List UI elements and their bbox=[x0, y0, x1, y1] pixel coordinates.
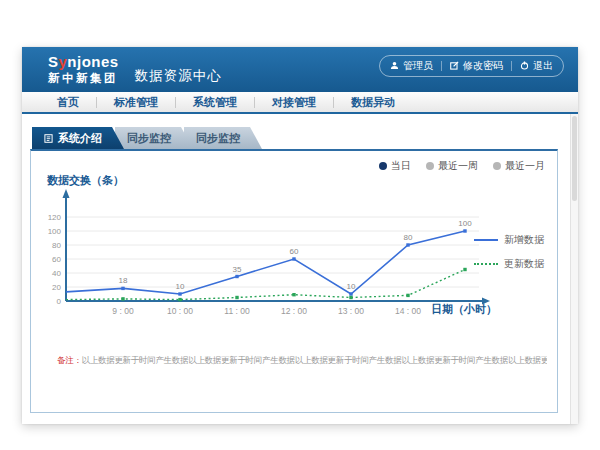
svg-text:120: 120 bbox=[48, 213, 62, 222]
radio-today[interactable]: 当日 bbox=[379, 159, 411, 173]
document-icon bbox=[44, 134, 53, 143]
radio-today-label: 当日 bbox=[391, 159, 411, 173]
divider bbox=[511, 61, 512, 71]
company-logo[interactable]: Synjones 新中新集团 bbox=[48, 54, 119, 84]
svg-text:35: 35 bbox=[233, 265, 242, 274]
solid-line-swatch-icon bbox=[474, 239, 498, 241]
svg-text:9 : 00: 9 : 00 bbox=[112, 306, 134, 316]
main-nav: 首页 标准管理 系统管理 对接管理 数据异动 bbox=[22, 92, 578, 114]
legend-update-data: 更新数据 bbox=[474, 257, 544, 271]
change-password-button[interactable]: 修改密码 bbox=[450, 59, 503, 73]
divider bbox=[441, 61, 442, 71]
svg-text:10 : 00: 10 : 00 bbox=[167, 306, 193, 316]
admin-user-label: 管理员 bbox=[403, 59, 433, 73]
user-bar: 管理员 修改密码 退出 bbox=[379, 55, 564, 77]
radio-dot-icon bbox=[379, 162, 387, 170]
legend-new-data: 新增数据 bbox=[474, 233, 544, 247]
change-password-label: 修改密码 bbox=[463, 59, 503, 73]
chart-x-axis-label: 日期（小时） bbox=[431, 302, 497, 317]
radio-last-month-label: 最近一月 bbox=[505, 159, 545, 173]
radio-last-week[interactable]: 最近一周 bbox=[426, 159, 478, 173]
power-icon bbox=[520, 61, 529, 70]
logout-button[interactable]: 退出 bbox=[520, 59, 553, 73]
tab-label: 系统介绍 bbox=[58, 127, 102, 149]
svg-text:60: 60 bbox=[52, 255, 61, 264]
nav-item-standard-management[interactable]: 标准管理 bbox=[97, 95, 175, 110]
svg-text:13 : 00: 13 : 00 bbox=[338, 306, 364, 316]
tab-sync-monitor-2[interactable]: 同步监控 bbox=[184, 127, 262, 149]
svg-text:10: 10 bbox=[176, 282, 185, 291]
radio-dot-icon bbox=[426, 162, 434, 170]
footnote: 备注：以上数据更新于时间产生数据以上数据更新于时间产生数据以上数据更新于时间产生… bbox=[57, 355, 547, 367]
tab-system-intro[interactable]: 系统介绍 bbox=[32, 127, 124, 149]
footnote-text: 以上数据更新于时间产生数据以上数据更新于时间产生数据以上数据更新于时间产生数据以… bbox=[82, 355, 547, 365]
footnote-label: 备注： bbox=[57, 355, 82, 365]
edit-icon bbox=[450, 61, 459, 70]
svg-text:100: 100 bbox=[458, 219, 472, 228]
svg-text:14 : 00: 14 : 00 bbox=[395, 306, 421, 316]
tab-sync-monitor-1[interactable]: 同步监控 bbox=[115, 127, 193, 149]
tab-label: 同步监控 bbox=[127, 127, 171, 149]
admin-user-button[interactable]: 管理员 bbox=[390, 59, 433, 73]
logo-company-text: 新中新集团 bbox=[48, 72, 119, 85]
nav-item-home[interactable]: 首页 bbox=[40, 95, 96, 110]
legend-update-data-label: 更新数据 bbox=[504, 257, 544, 271]
tab-label: 同步监控 bbox=[196, 127, 240, 149]
time-range-filter: 当日 最近一周 最近一月 bbox=[379, 159, 545, 173]
svg-text:80: 80 bbox=[52, 241, 61, 250]
page-title: 数据资源中心 bbox=[135, 67, 222, 85]
svg-text:0: 0 bbox=[57, 297, 62, 306]
nav-item-data-change[interactable]: 数据异动 bbox=[334, 95, 412, 110]
content-area: 系统介绍 同步监控 同步监控 当日 最近一周 bbox=[22, 114, 578, 424]
svg-text:80: 80 bbox=[404, 233, 413, 242]
svg-text:11 : 00: 11 : 00 bbox=[224, 306, 250, 316]
svg-text:20: 20 bbox=[52, 283, 61, 292]
app-window: Synjones 新中新集团 数据资源中心 管理员 修改密码 bbox=[22, 47, 578, 424]
scrollbar-thumb[interactable] bbox=[572, 116, 577, 201]
legend-new-data-label: 新增数据 bbox=[504, 233, 544, 247]
app-header: Synjones 新中新集团 数据资源中心 管理员 修改密码 bbox=[22, 47, 578, 92]
logout-label: 退出 bbox=[533, 59, 553, 73]
chart-legend: 新增数据 更新数据 bbox=[474, 233, 544, 271]
radio-last-week-label: 最近一周 bbox=[438, 159, 478, 173]
nav-item-system-management[interactable]: 系统管理 bbox=[176, 95, 254, 110]
dotted-line-swatch-icon bbox=[474, 263, 498, 265]
svg-text:10: 10 bbox=[347, 282, 356, 291]
tab-bar: 系统介绍 同步监控 同步监控 bbox=[32, 127, 253, 149]
radio-last-month[interactable]: 最近一月 bbox=[493, 159, 545, 173]
svg-text:100: 100 bbox=[48, 227, 62, 236]
vertical-scrollbar[interactable] bbox=[570, 114, 578, 424]
svg-text:12 : 00: 12 : 00 bbox=[281, 306, 307, 316]
chart-panel: 当日 最近一周 最近一月 数据交换（条） 0204060801001209 : … bbox=[30, 149, 558, 413]
svg-text:18: 18 bbox=[119, 276, 128, 285]
svg-text:60: 60 bbox=[290, 247, 299, 256]
chart-y-axis-title: 数据交换（条） bbox=[47, 173, 124, 188]
user-icon bbox=[390, 61, 399, 70]
nav-item-interface-management[interactable]: 对接管理 bbox=[255, 95, 333, 110]
svg-text:40: 40 bbox=[52, 269, 61, 278]
logo-brand-text: Synjones bbox=[48, 54, 119, 71]
radio-dot-icon bbox=[493, 162, 501, 170]
